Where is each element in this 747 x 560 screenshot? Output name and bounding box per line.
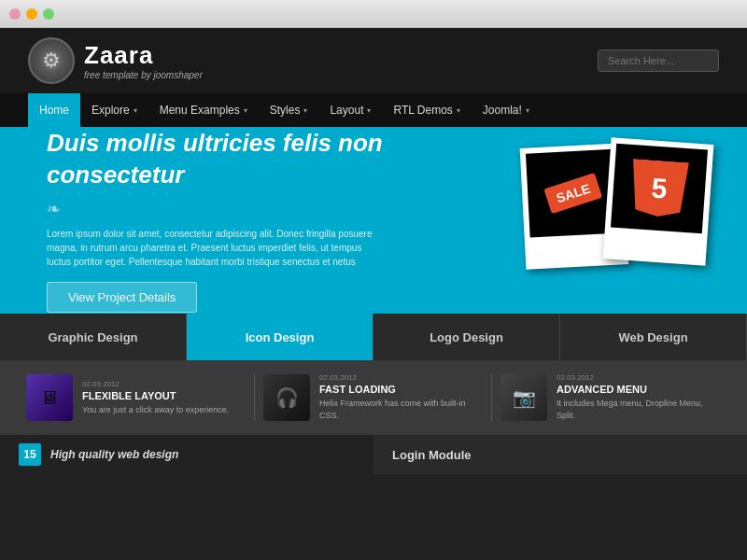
hero-title: Duis mollis ultricies felis non consecte… [47,128,486,191]
feature-card-advanced-menu: 📷 02.03.2012 ADVANCED MENU It includes M… [493,373,728,421]
nav-label-styles: Styles [270,104,301,117]
browser-dots [9,8,54,20]
nav-label-explore: Explore [92,104,130,117]
hero-divider: ❧ [47,199,486,219]
advanced-menu-thumb: 📷 [500,374,547,421]
flexible-layout-thumb: 🖥 [26,374,73,421]
page-number-badge: 15 [19,443,41,466]
bottom-left-text: High quality web design [50,448,178,461]
hero-text: Duis mollis ultricies felis non consecte… [47,128,486,313]
site-nav: Home Explore ▾ Menu Examples ▾ Styles ▾ … [0,93,747,127]
feature-card-fast-loading: 🎧 02.03.2012 FAST LOADING Helix Framewor… [256,373,492,421]
logo-text: Zaara free template by joomshaper [84,41,203,80]
tab-label-web-design: Web Design [618,330,687,344]
search-area[interactable] [598,49,719,72]
flexible-layout-desc: You are just a click away to experience. [82,404,247,416]
bottom-right-text: Login Module [392,448,471,462]
tab-logo-design[interactable]: Logo Design [374,314,560,360]
site-header: ⚙ Zaara free template by joomshaper [0,28,747,93]
advanced-menu-desc: It includes Mega menu, Dropline Menu, Sp… [557,398,721,421]
chevron-down-icon: ▾ [303,106,307,115]
advanced-menu-date: 02.03.2012 [557,373,721,382]
bottom-section: 15 High quality web design Login Module [0,435,747,474]
website: ⚙ Zaara free template by joomshaper Home… [0,28,747,560]
hero-images: SALE 5 [486,141,719,300]
tab-label-logo-design: Logo Design [430,330,503,344]
nav-item-layout[interactable]: Layout ▾ [318,93,382,127]
nav-item-styles[interactable]: Styles ▾ [259,93,319,127]
gear-icon: ⚙ [28,37,75,84]
nav-item-joomla[interactable]: Joomla! ▾ [472,93,541,127]
logo-name: Zaara [84,41,203,70]
fast-loading-info: 02.03.2012 FAST LOADING Helix Framework … [319,373,484,421]
tab-graphic-design[interactable]: Graphic Design [0,314,187,360]
nav-label-menu-examples: Menu Examples [160,104,240,117]
chevron-down-icon: ▾ [134,106,137,115]
chevron-down-icon: ▾ [367,106,371,115]
polaroid-inner-2: 5 [611,144,708,234]
dot-red [9,8,21,20]
hero-section: Duis mollis ultricies felis non consecte… [0,127,747,314]
chevron-down-icon: ▾ [526,106,529,115]
fast-loading-desc: Helix Framework has come with built-in C… [319,398,484,421]
search-input[interactable] [598,49,719,72]
tab-web-design[interactable]: Web Design [560,314,747,360]
advanced-menu-title: ADVANCED MENU [557,384,721,395]
flexible-layout-info: 02.03.2012 FLEXIBLE LAYOUT You are just … [82,380,247,416]
html5-badge: 5 [629,159,689,218]
tab-label-graphic-design: Graphic Design [48,330,137,344]
flexible-layout-title: FLEXIBLE LAYOUT [82,390,247,401]
view-project-details-button[interactable]: View Project Details [47,282,197,313]
tab-icon-design[interactable]: Icon Design [187,314,374,360]
bottom-left: 15 High quality web design [0,435,374,474]
nav-label-layout: Layout [330,104,363,117]
feature-card-flexible-layout: 🖥 02.03.2012 FLEXIBLE LAYOUT You are jus… [19,374,255,421]
logo-tagline: free template by joomshaper [84,70,203,80]
nav-label-home: Home [39,104,69,117]
tab-label-icon-design: Icon Design [246,330,315,344]
nav-item-explore[interactable]: Explore ▾ [80,93,148,127]
advanced-menu-info: 02.03.2012 ADVANCED MENU It includes Meg… [557,373,721,421]
flexible-layout-date: 02.03.2012 [82,380,247,388]
logo-area: ⚙ Zaara free template by joomshaper [28,37,203,84]
browser-chrome [0,0,747,28]
sale-tag: SALE [544,173,603,214]
chevron-down-icon: ▾ [457,106,460,115]
bottom-right: Login Module [374,435,747,474]
chevron-down-icon: ▾ [244,106,247,115]
design-tabs: Graphic Design Icon Design Logo Design W… [0,314,747,360]
nav-item-menu-examples[interactable]: Menu Examples ▾ [148,93,259,127]
html5-number: 5 [650,172,668,204]
fast-loading-title: FAST LOADING [319,384,484,395]
nav-label-joomla: Joomla! [483,104,522,117]
dot-green [43,8,54,20]
feature-cards: 🖥 02.03.2012 FLEXIBLE LAYOUT You are jus… [0,360,747,435]
nav-label-rtl-demos: RTL Demos [393,104,452,117]
dot-yellow [26,8,37,20]
polaroid-2: 5 [603,137,714,265]
hero-description: Lorem ipsum dolor sit amet, consectetur … [47,227,383,269]
nav-item-rtl-demos[interactable]: RTL Demos ▾ [382,93,471,127]
fast-loading-thumb: 🎧 [263,374,310,421]
nav-item-home[interactable]: Home [28,93,80,127]
fast-loading-date: 02.03.2012 [319,373,484,382]
